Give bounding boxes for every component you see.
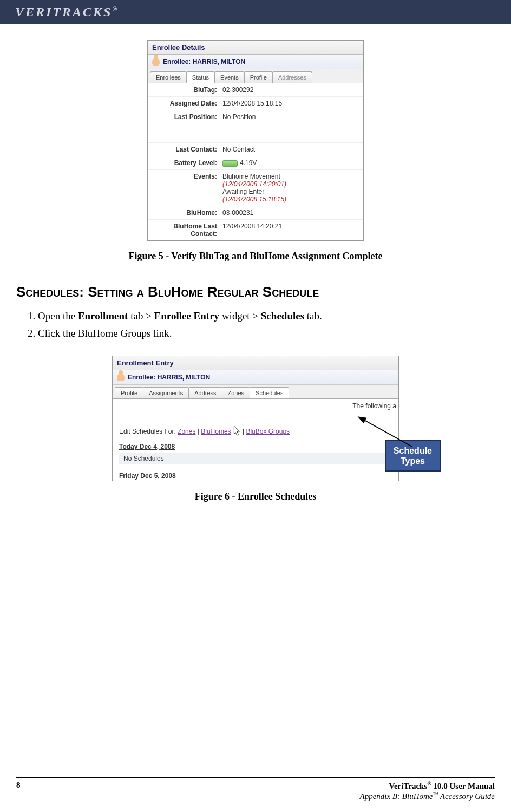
enrollee-bar-2: Enrollee: HARRIS, MILTON <box>113 370 398 385</box>
row-bluhome-last-contact: BluHome Last Contact: 12/04/2008 14:20:2… <box>148 220 363 240</box>
brand-name: VERITRACKS <box>15 5 112 19</box>
value-events: Bluhome Movement (12/04/2008 14:20:01) A… <box>222 173 359 203</box>
page-number: 8 <box>16 781 21 801</box>
value-bluhome: 03-000231 <box>222 209 359 217</box>
cursor-icon <box>231 425 241 437</box>
tab-profile-2[interactable]: Profile <box>115 387 143 398</box>
value-blutag: 02-300292 <box>222 86 359 94</box>
person-icon <box>117 374 125 381</box>
callout-line-2: Types <box>394 456 432 466</box>
event-2-time: (12/04/2008 15:18:15) <box>222 195 359 203</box>
row-blutag: BluTag: 02-300292 <box>148 83 363 97</box>
tab-assignments[interactable]: Assignments <box>143 387 189 398</box>
row-battery-level: Battery Level: 4.19V <box>148 156 363 170</box>
event-2-name: Awaiting Enter <box>222 188 359 195</box>
value-last-position: No Position <box>222 113 359 140</box>
row-bluhome: BluHome: 03-000231 <box>148 206 363 220</box>
tab-status[interactable]: Status <box>186 71 215 83</box>
section-heading: Schedules: Setting a BluHome Regular Sch… <box>16 284 495 300</box>
no-schedules: No Schedules <box>119 453 392 464</box>
callout-schedule-types: Schedule Types <box>385 440 441 472</box>
enrollee-name: Enrollee: HARRIS, MILTON <box>163 58 245 66</box>
svg-line-0 <box>363 420 412 447</box>
panel-title: Enrollee Details <box>148 41 363 55</box>
tab-profile[interactable]: Profile <box>244 71 273 83</box>
figure-6-caption: Figure 6 - Enrollee Schedules <box>16 491 495 502</box>
brand-header: VERITRACKS® <box>0 0 511 24</box>
link-zones[interactable]: Zones <box>178 428 195 435</box>
tab-address[interactable]: Address <box>188 387 222 398</box>
step-2: Click the BluHome Groups link. <box>38 328 495 339</box>
tab-schedules[interactable]: Schedules <box>250 387 289 398</box>
tab-zones[interactable]: Zones <box>222 387 251 398</box>
row-last-position: Last Position: No Position <box>148 110 363 143</box>
step-1: Open the Enrollment tab > Enrollee Entry… <box>38 310 495 322</box>
link-bluhomes[interactable]: BluHomes <box>201 428 231 435</box>
label-assigned-date: Assigned Date: <box>152 100 222 107</box>
tab-enrollees[interactable]: Enrollees <box>150 71 187 83</box>
footer-right: VeriTracks® 10.0 User Manual Appendix B:… <box>360 781 495 801</box>
person-icon <box>152 58 160 66</box>
figure-5-caption: Figure 5 - Verify BluTag and BluHome Ass… <box>16 251 495 262</box>
brand-reg: ® <box>112 5 119 13</box>
edit-prefix: Edit Schedules For: <box>119 428 178 435</box>
row-assigned-date: Assigned Date: 12/04/2008 15:18:15 <box>148 97 363 110</box>
label-bluhome-last-contact: BluHome Last Contact: <box>152 222 222 238</box>
steps-list: Open the Enrollment tab > Enrollee Entry… <box>38 310 495 339</box>
value-bluhome-last-contact: 12/04/2008 14:20:21 <box>222 222 359 238</box>
label-events: Events: <box>152 173 222 203</box>
date-friday: Friday Dec 5, 2008 <box>119 470 392 481</box>
battery-voltage: 4.19V <box>240 159 257 167</box>
page-footer: 8 VeriTracks® 10.0 User Manual Appendix … <box>16 777 495 801</box>
enrollee-name-2: Enrollee: HARRIS, MILTON <box>128 374 210 381</box>
footer-line-1: VeriTracks® 10.0 User Manual <box>360 781 495 791</box>
row-last-contact: Last Contact: No Contact <box>148 143 363 156</box>
date-today: Today Dec 4, 2008 <box>119 441 392 451</box>
label-last-position: Last Position: <box>152 113 222 140</box>
enrollee-details-panel: Enrollee Details Enrollee: HARRIS, MILTO… <box>147 40 364 241</box>
tab-events[interactable]: Events <box>214 71 245 83</box>
label-blutag: BluTag: <box>152 86 222 94</box>
enrollee-bar: Enrollee: HARRIS, MILTON <box>148 55 363 69</box>
edit-schedules-line: Edit Schedules For: Zones | BluHomes | B… <box>119 418 392 441</box>
tabs-row-2: Profile Assignments Address Zones Schedu… <box>113 385 398 398</box>
event-1-name: Bluhome Movement <box>222 173 359 180</box>
footer-line-2: Appendix B: BluHome™ Accessory Guide <box>360 791 495 801</box>
row-events: Events: Bluhome Movement (12/04/2008 14:… <box>148 170 363 206</box>
event-1-time: (12/04/2008 14:20:01) <box>222 180 359 188</box>
value-assigned-date: 12/04/2008 15:18:15 <box>222 100 359 107</box>
callout-arrow-icon <box>352 414 428 452</box>
battery-icon <box>222 160 238 167</box>
value-last-contact: No Contact <box>222 146 359 153</box>
value-battery-level: 4.19V <box>222 159 359 167</box>
label-battery-level: Battery Level: <box>152 159 222 167</box>
brand-logo: VERITRACKS® <box>15 5 119 19</box>
label-bluhome: BluHome: <box>152 209 222 217</box>
tabs-row: Enrollees Status Events Profile Addresse… <box>148 69 363 83</box>
tab-addresses[interactable]: Addresses <box>272 71 312 83</box>
cut-off-text: The following a <box>113 399 398 413</box>
label-last-contact: Last Contact: <box>152 146 222 153</box>
panel2-title: Enrollment Entry <box>113 356 398 370</box>
link-blubox-groups[interactable]: BluBox Groups <box>246 428 290 435</box>
